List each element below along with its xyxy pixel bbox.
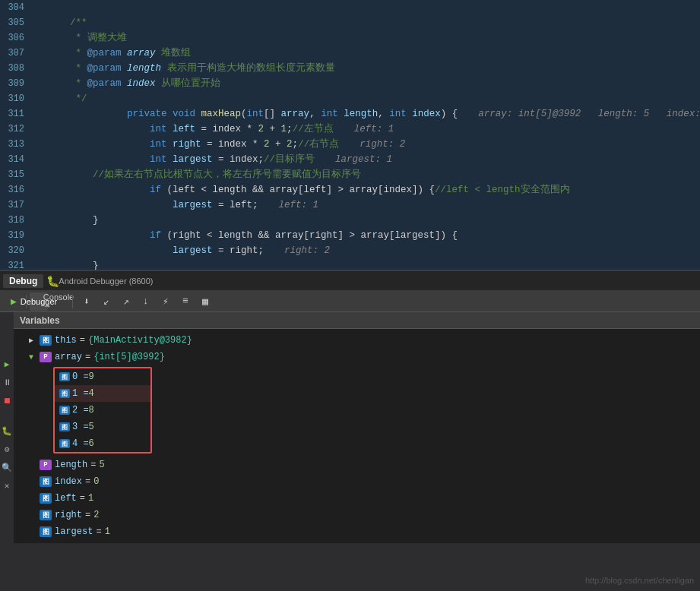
var-right[interactable]: ▶ 图 right = 2 <box>14 507 700 523</box>
variables-panel: ▶ 图 this = {MainActivity@3982} ▼ P array… <box>14 329 700 543</box>
line-content-308: * @param length 表示用于构造大堆的数组长度元素数量 <box>44 61 700 76</box>
array-item-1[interactable]: 图 1 = 4 <box>55 385 150 402</box>
toolbar-step-over-icon[interactable]: ⬇ <box>78 292 96 311</box>
debug-panel: Debug 🐛 Android Debugger (8600) ▶ Debugg… <box>0 270 700 591</box>
toolbar-step-out-icon[interactable]: ↗ <box>117 292 135 311</box>
var-eq-index: = <box>85 476 90 487</box>
sidebar-stop-icon[interactable]: ⏹ <box>1 394 13 406</box>
toolbar-settings-icon[interactable]: ≡ <box>176 292 195 311</box>
var-largest[interactable]: ▶ 图 largest = 1 <box>14 523 700 540</box>
array-index-0: 0 = <box>72 371 89 382</box>
var-name-this: this <box>55 335 77 346</box>
main-content: 304 305 /** 306 * 调整大堆 307 <box>0 0 700 591</box>
expand-arrow-this[interactable]: ▶ <box>29 336 40 345</box>
line-number-316: 316 <box>0 185 30 195</box>
var-val-index: 0 <box>93 476 99 487</box>
code-line-306: 306 * 调整大堆 <box>0 30 700 46</box>
var-val-this: {MainActivity@3982} <box>88 335 192 346</box>
expand-arrow-left: ▶ <box>29 494 40 503</box>
line-content-309: * @param index 从哪位置开始 <box>44 76 700 91</box>
android-debugger-label: Android Debugger (8600) <box>59 277 153 286</box>
code-line-304: 304 <box>0 0 700 15</box>
sidebar-pause-icon[interactable]: ⏸ <box>1 376 13 388</box>
array-index-1: 1 = <box>72 388 89 399</box>
line-number-315: 315 <box>0 169 30 180</box>
line-number-313: 313 <box>0 139 30 150</box>
expand-arrow-largest: ▶ <box>29 527 40 536</box>
var-eq-this: = <box>80 335 85 346</box>
array-item-4[interactable]: 图 4 = 6 <box>55 435 150 452</box>
array-icon-3: 图 <box>59 422 70 431</box>
sidebar-gear-icon[interactable]: ⚙ <box>1 443 13 455</box>
array-icon-2: 图 <box>59 406 70 415</box>
var-name-largest: largest <box>55 526 93 537</box>
var-name-index: index <box>55 476 82 487</box>
left-icons-column: ▶ ⏸ ⏹ 🐛 ⚙ 🔍 ✕ <box>0 312 14 591</box>
var-name-length: length <box>55 460 87 470</box>
line-number-312: 312 <box>0 124 30 134</box>
var-eq-length: = <box>90 460 96 470</box>
array-item-0[interactable]: 图 0 = 9 <box>55 368 150 385</box>
var-length[interactable]: ▶ P length = 5 <box>14 457 700 473</box>
code-lines: 304 305 /** 306 * 调整大堆 307 <box>0 0 700 270</box>
sidebar-filter-icon[interactable]: 🔍 <box>1 461 13 473</box>
debug-tab-label[interactable]: Debug <box>3 274 43 288</box>
expand-arrow-length: ▶ <box>29 460 40 469</box>
toolbar-grid-icon[interactable]: ▦ <box>196 292 214 311</box>
sidebar-bug-icon[interactable]: 🐛 <box>1 425 13 437</box>
line-content-322: if (index != largest) {//largest位置元素不是最大… <box>44 258 700 270</box>
array-icon-0: 图 <box>59 372 70 381</box>
sidebar-close-icon[interactable]: ✕ <box>1 479 13 491</box>
var-eq-largest: = <box>96 526 101 537</box>
var-name-right: right <box>55 510 82 520</box>
watermark: http://blog.csdn.net/chenligan <box>585 576 694 585</box>
var-left[interactable]: ▶ 图 left = 1 <box>14 490 700 507</box>
line-number-307: 307 <box>0 48 30 58</box>
array-item-3[interactable]: 图 3 = 5 <box>55 419 150 435</box>
line-number-309: 309 <box>0 78 30 89</box>
sidebar-resume-icon[interactable]: ▶ <box>1 358 13 370</box>
debug-tabs-bar: Debug 🐛 Android Debugger (8600) <box>0 271 700 291</box>
line-content-307: * @param array 堆数组 <box>44 46 700 61</box>
var-index[interactable]: ▶ 图 index = 0 <box>14 473 700 490</box>
var-icon-index: 图 <box>40 476 52 487</box>
expand-arrow-index: ▶ <box>29 477 40 486</box>
tab-console[interactable]: Console → <box>49 292 68 311</box>
variables-section-title: Variables <box>20 315 60 326</box>
array-val-0: 9 <box>89 371 94 382</box>
debug-toolbar: ▶ Debugger Console → ⬇ ↙ ↗ ↓ ⚡ ≡ ▦ <box>0 291 700 312</box>
var-this[interactable]: ▶ 图 this = {MainActivity@3982} <box>14 332 700 349</box>
expand-arrow-array[interactable]: ▼ <box>29 353 40 362</box>
var-icon-this: 图 <box>40 335 52 346</box>
line-number-304: 304 <box>0 2 30 13</box>
var-name-array: array <box>55 352 82 362</box>
array-index-3: 3 = <box>72 422 89 432</box>
var-eq-right: = <box>85 510 90 520</box>
toolbar-run-to-cursor-icon[interactable]: ↓ <box>137 292 155 311</box>
var-val-array: {int[5]@3992} <box>93 352 165 362</box>
var-eq-array: = <box>85 352 90 362</box>
line-content-306: * 调整大堆 <box>44 30 700 46</box>
line-number-308: 308 <box>0 63 30 74</box>
code-line-305: 305 /** <box>0 15 700 30</box>
array-item-2[interactable]: 图 2 = 8 <box>55 402 150 419</box>
line-number-321: 321 <box>0 261 30 270</box>
array-val-4: 6 <box>89 438 94 449</box>
array-box: 图 0 = 9 图 1 = 4 图 2 = <box>53 367 152 454</box>
line-number-306: 306 <box>0 33 30 43</box>
var-array[interactable]: ▼ P array = {int[5]@3992} <box>14 349 700 365</box>
array-icon-1: 图 <box>59 389 70 398</box>
var-eq-left: = <box>80 493 85 504</box>
expand-arrow-right: ▶ <box>29 510 40 520</box>
toolbar-step-into-icon[interactable]: ↙ <box>97 292 116 311</box>
line-number-320: 320 <box>0 245 30 256</box>
var-name-left: left <box>55 493 77 504</box>
line-number-319: 319 <box>0 230 30 241</box>
var-val-length: 5 <box>99 460 104 470</box>
array-val-2: 8 <box>89 405 94 416</box>
line-number-314: 314 <box>0 154 30 165</box>
toolbar-evaluate-icon[interactable]: ⚡ <box>157 292 175 311</box>
var-val-right: 2 <box>93 510 99 520</box>
array-index-4: 4 = <box>72 438 89 449</box>
line-number-317: 317 <box>0 200 30 210</box>
